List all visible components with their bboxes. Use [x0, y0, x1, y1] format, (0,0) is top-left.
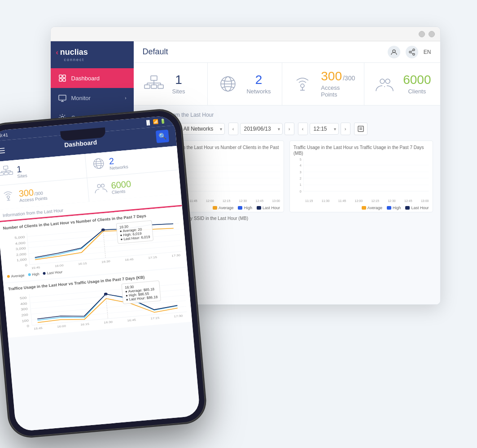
sites-icon [143, 73, 165, 95]
time-next-btn[interactable]: › [341, 123, 350, 135]
legend-high: High [244, 206, 252, 210]
clients-icon [373, 73, 396, 95]
stats-row: 1 Sites [134, 63, 440, 105]
logo-sub: connect [64, 57, 85, 62]
svg-text:500: 500 [19, 296, 26, 300]
svg-point-85 [97, 184, 101, 188]
svg-text:5,000: 5,000 [14, 235, 25, 240]
svg-text:3: 3 [300, 170, 302, 175]
phone-search-btn[interactable]: 🔍 [155, 130, 169, 143]
phone-charts-section: Number of Clients in the Last Hour vs Nu… [0, 206, 200, 432]
time-select[interactable]: 12:15 [310, 123, 339, 135]
svg-line-84 [7, 200, 10, 201]
svg-rect-71 [3, 166, 8, 170]
language-selector[interactable]: EN [424, 49, 431, 55]
phone-screen: 9:41 ▐▌ 📶 🔋 ☰ Dashboard 🔍 [0, 115, 200, 431]
phone-time: 9:41 [0, 132, 8, 138]
svg-point-41 [380, 79, 385, 83]
svg-text:16:45: 16:45 [127, 319, 136, 322]
svg-text:0: 0 [25, 264, 27, 267]
svg-line-75 [6, 169, 6, 172]
svg-line-87 [26, 233, 29, 265]
phone-ap-fraction: /300 [34, 190, 43, 196]
stat-card-access-points: 300 /300 Access Points [282, 63, 364, 105]
svg-line-101 [103, 230, 105, 258]
svg-text:16:45: 16:45 [124, 258, 133, 261]
networks-label: Networks [246, 88, 271, 95]
svg-rect-44 [358, 126, 363, 132]
svg-point-42 [385, 79, 390, 83]
svg-line-89 [29, 246, 180, 259]
phone-wrapper: 9:41 ▐▌ 📶 🔋 ☰ Dashboard 🔍 [0, 116, 194, 430]
phone-ap-icon [0, 189, 16, 205]
svg-text:400: 400 [20, 302, 27, 306]
svg-point-23 [409, 51, 411, 53]
svg-text:16:00: 16:00 [57, 325, 66, 328]
export-btn[interactable] [354, 123, 368, 135]
phone-clients-icon [92, 181, 108, 197]
svg-line-114 [30, 290, 184, 303]
sidebar-item-monitor[interactable]: Monitor › [51, 88, 134, 108]
svg-text:16:15: 16:15 [78, 262, 87, 265]
svg-text:16:30: 16:30 [104, 321, 113, 324]
battery-icon: 🔋 [160, 119, 166, 124]
browser-maximize-btn[interactable] [429, 31, 435, 37]
svg-text:17:30: 17:30 [171, 254, 180, 257]
svg-point-21 [393, 50, 395, 53]
stat-info-clients: 6000 Clients [403, 74, 431, 95]
svg-rect-4 [59, 95, 66, 100]
svg-text:0: 0 [300, 189, 302, 194]
svg-point-22 [413, 49, 415, 51]
svg-point-86 [101, 184, 104, 188]
signal-icon: ▐▌ [144, 120, 151, 125]
sidebar-item-monitor-label: Monitor [71, 95, 91, 101]
sidebar-item-dashboard[interactable]: Dashboard [51, 68, 134, 88]
dashboard-icon [58, 74, 67, 83]
svg-rect-27 [151, 76, 157, 80]
phone-networks-icon [91, 157, 106, 173]
svg-line-25 [411, 50, 413, 52]
svg-text:2: 2 [300, 176, 302, 181]
svg-rect-73 [9, 172, 13, 175]
svg-line-90 [28, 240, 180, 254]
svg-text:16:30: 16:30 [101, 259, 110, 263]
date-next-btn[interactable]: › [284, 123, 294, 135]
browser-minimize-btn[interactable] [419, 31, 425, 37]
phone-legend-last-hour: Last Hour [47, 270, 62, 275]
sites-count: 1 [175, 74, 182, 86]
svg-rect-28 [144, 85, 150, 88]
user-icon[interactable] [388, 46, 400, 58]
hamburger-icon[interactable]: ☰ [0, 146, 5, 155]
svg-text:100: 100 [22, 319, 29, 323]
svg-point-82 [7, 196, 9, 198]
traffic-chart-legend: Average High Last Hour [293, 206, 429, 210]
svg-text:17:30: 17:30 [174, 315, 183, 318]
clients-count: 6000 [403, 74, 431, 86]
svg-text:200: 200 [21, 313, 28, 317]
date-select[interactable]: 2019/06/13 [240, 123, 283, 135]
stat-info-access-points: 300 /300 Access Points [321, 70, 355, 98]
stat-card-sites: 1 Sites [134, 63, 208, 105]
svg-line-112 [31, 301, 186, 314]
header-actions: EN [388, 46, 431, 58]
main-header: Default [134, 41, 440, 63]
share-icon[interactable] [406, 46, 418, 58]
svg-text:0: 0 [26, 325, 29, 328]
svg-line-123 [105, 294, 108, 319]
stat-info-sites: 1 Sites [172, 74, 185, 95]
phone-legend-average: Average [11, 273, 24, 278]
traffic-legend-high: High [393, 206, 401, 210]
traffic-chart-title: Traffic Usage in the Last Hour vs Traffi… [293, 145, 429, 156]
svg-text:16:00: 16:00 [54, 264, 63, 268]
svg-rect-72 [0, 172, 3, 175]
svg-rect-1 [63, 75, 66, 78]
date-select-wrapper: 2019/06/13 ▾ [240, 123, 283, 135]
date-prev-btn[interactable]: ‹ [228, 123, 238, 135]
legend-last-hour: Last Hour [263, 206, 280, 210]
access-points-label: Access Points [321, 84, 355, 98]
phone-sites-label: Sites [17, 173, 27, 179]
svg-text:5: 5 [300, 158, 302, 162]
time-prev-btn[interactable]: ‹ [298, 123, 308, 135]
svg-line-109 [29, 294, 32, 325]
access-points-icon [291, 73, 314, 95]
